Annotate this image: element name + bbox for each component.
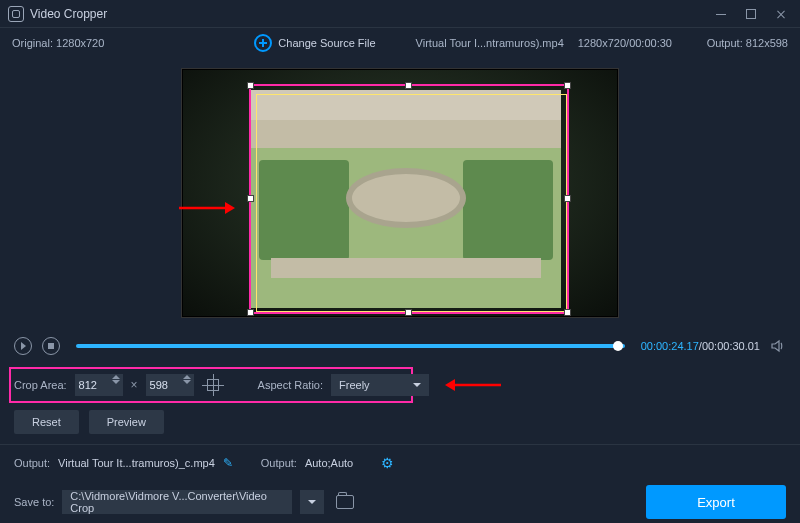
output-size-label: Output: 812x598 (707, 37, 788, 49)
width-up[interactable] (112, 375, 120, 379)
multiply-symbol: × (131, 378, 138, 392)
close-button[interactable] (774, 7, 788, 21)
stop-button[interactable] (42, 337, 60, 355)
seek-thumb[interactable] (613, 341, 623, 351)
edit-icon[interactable]: ✎ (223, 456, 233, 470)
output-res-label: Output: (261, 457, 297, 469)
height-down[interactable] (183, 380, 191, 384)
annotation-arrow-icon (179, 200, 235, 216)
titlebar: Video Cropper (0, 0, 800, 28)
output-info: Output: Virtual Tour It...tramuros)_c.mp… (0, 444, 800, 480)
crop-controls: Crop Area: 812 × 598 Aspect Ratio: Freel… (0, 364, 800, 406)
svg-marker-3 (445, 379, 455, 391)
crop-height-input[interactable]: 598 (146, 374, 194, 396)
save-to-label: Save to: (14, 496, 54, 508)
center-crop-button[interactable] (202, 374, 224, 396)
chevron-down-icon (413, 383, 421, 387)
crop-area-label: Crop Area: (14, 379, 67, 391)
save-path-dropdown[interactable] (300, 490, 324, 514)
change-source-button[interactable]: Change Source File (254, 34, 375, 52)
save-path-input[interactable]: C:\Vidmore\Vidmore V...Converter\Video C… (62, 490, 292, 514)
reset-button[interactable]: Reset (14, 410, 79, 434)
toolbar: Original: 1280x720 Change Source File Vi… (0, 28, 800, 58)
output-file-label: Output: (14, 457, 50, 469)
app-icon (8, 6, 24, 22)
output-resolution: Auto;Auto (305, 457, 353, 469)
app-title: Video Cropper (30, 7, 107, 21)
folder-icon[interactable] (336, 495, 354, 509)
annotation-arrow-icon (445, 377, 501, 393)
aspect-ratio-select[interactable]: Freely (331, 374, 429, 396)
video-stage (0, 58, 800, 328)
chevron-down-icon (308, 500, 316, 504)
video-preview[interactable] (182, 69, 618, 317)
playback-bar: 00:00:24.17/00:00:30.01 (0, 328, 800, 364)
gear-icon[interactable]: ⚙ (381, 455, 394, 471)
width-down[interactable] (112, 380, 120, 384)
play-button[interactable] (14, 337, 32, 355)
preview-button[interactable]: Preview (89, 410, 164, 434)
plus-circle-icon (254, 34, 272, 52)
volume-icon[interactable] (770, 338, 786, 354)
action-buttons: Reset Preview (0, 406, 800, 438)
aspect-ratio-label: Aspect Ratio: (258, 379, 323, 391)
source-dimensions: 1280x720/00:00:30 (578, 37, 672, 49)
change-source-label: Change Source File (278, 37, 375, 49)
output-filename: Virtual Tour It...tramuros)_c.mp4 (58, 457, 215, 469)
seek-slider[interactable] (76, 344, 625, 348)
maximize-button[interactable] (744, 7, 758, 21)
save-row: Save to: C:\Vidmore\Vidmore V...Converte… (0, 480, 800, 523)
original-size-label: Original: 1280x720 (12, 37, 104, 49)
minimize-button[interactable] (714, 7, 728, 21)
playback-time: 00:00:24.17/00:00:30.01 (641, 340, 760, 352)
svg-marker-1 (225, 202, 235, 214)
crop-width-input[interactable]: 812 (75, 374, 123, 396)
export-button[interactable]: Export (646, 485, 786, 519)
height-up[interactable] (183, 375, 191, 379)
source-filename: Virtual Tour I...ntramuros).mp4 (416, 37, 564, 49)
